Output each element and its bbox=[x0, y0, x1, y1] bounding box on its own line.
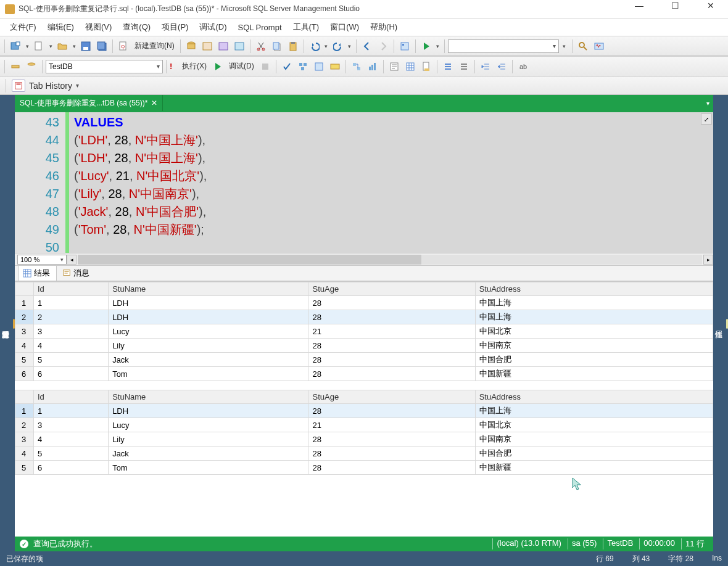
close-button[interactable]: ✕ bbox=[698, 1, 723, 18]
find-icon[interactable] bbox=[576, 39, 590, 54]
save-all-icon[interactable] bbox=[94, 39, 109, 54]
success-icon: ✓ bbox=[20, 540, 28, 548]
table-row[interactable]: 56Tom28中国新疆 bbox=[15, 461, 713, 475]
object-explorer-panel[interactable]: 对象资源管理器 bbox=[0, 95, 15, 551]
table-row[interactable]: 23Lucy21中国北京 bbox=[15, 418, 713, 432]
available-db-icon[interactable] bbox=[24, 59, 39, 74]
estimated-plan-icon[interactable] bbox=[296, 59, 310, 74]
db-engine-query-icon[interactable] bbox=[184, 39, 199, 54]
scroll-right-icon[interactable]: ▸ bbox=[703, 255, 713, 265]
intellisense-icon[interactable] bbox=[328, 59, 342, 74]
app-icon bbox=[5, 4, 15, 14]
dropdown-icon[interactable]: ▾ bbox=[76, 82, 79, 89]
svg-rect-13 bbox=[235, 43, 244, 50]
maximize-button[interactable]: ☐ bbox=[663, 1, 687, 18]
new-query-button[interactable]: 新建查询(N) bbox=[132, 41, 177, 51]
paste-icon[interactable] bbox=[286, 39, 300, 54]
svg-rect-6 bbox=[97, 42, 105, 49]
table-row[interactable]: 45Jack28中国合肥 bbox=[15, 446, 713, 461]
activity-monitor-icon[interactable] bbox=[592, 39, 606, 54]
query-options-icon[interactable] bbox=[312, 59, 326, 74]
new-project-icon[interactable] bbox=[8, 39, 23, 54]
svg-rect-28 bbox=[304, 63, 307, 66]
tab-history-label[interactable]: Tab History bbox=[29, 81, 72, 91]
properties-panel[interactable]: 属性 bbox=[713, 95, 728, 551]
include-stats-icon[interactable] bbox=[365, 59, 380, 74]
uncomment-icon[interactable] bbox=[457, 59, 471, 74]
result-grid-2[interactable]: IdStuNameStuAgeStuAddress11LDH28中国上海23Lu… bbox=[15, 390, 713, 475]
svg-rect-31 bbox=[331, 64, 339, 69]
results-to-text-icon[interactable] bbox=[387, 59, 402, 74]
indent-icon[interactable] bbox=[478, 59, 493, 74]
horizontal-scrollbar[interactable] bbox=[78, 255, 702, 265]
dropdown-icon[interactable]: ▾ bbox=[24, 43, 30, 49]
change-connection-icon[interactable] bbox=[8, 59, 23, 74]
cancel-query-icon[interactable] bbox=[258, 59, 273, 74]
new-file-icon[interactable] bbox=[31, 39, 46, 54]
tab-history-icon[interactable] bbox=[12, 80, 25, 92]
menu-SQL Prompt[interactable]: SQL Prompt bbox=[233, 21, 286, 34]
scroll-left-icon[interactable]: ◂ bbox=[67, 255, 77, 265]
dmx-query-icon[interactable] bbox=[216, 39, 231, 54]
window-title: SQL-使用事务删除重复记录行.sql - (local).TestDB (sa… bbox=[19, 4, 627, 14]
table-row[interactable]: 11LDH28中国上海 bbox=[15, 404, 713, 418]
sql-editor[interactable]: 4344454647484950 VALUES ('LDH', 28, N'中国… bbox=[15, 111, 713, 253]
menu-调试(D)[interactable]: 调试(D) bbox=[194, 20, 231, 35]
table-row[interactable]: 34Lily28中国南京 bbox=[15, 432, 713, 446]
tab-messages[interactable]: 消息 bbox=[58, 265, 96, 281]
comment-icon[interactable] bbox=[441, 59, 455, 74]
svg-point-15 bbox=[262, 48, 265, 51]
result-grid-1[interactable]: IdStuNameStuAgeStuAddress11LDH28中国上海22LD… bbox=[15, 282, 713, 381]
redo-icon[interactable] bbox=[331, 39, 345, 54]
tab-results[interactable]: 结果 bbox=[19, 265, 57, 281]
table-row[interactable]: 22LDH28中国上海 bbox=[15, 310, 713, 324]
scroll-sync-icon[interactable]: ⤢ bbox=[701, 113, 712, 125]
table-row[interactable]: 66Tom28中国新疆 bbox=[15, 367, 713, 381]
code-area[interactable]: VALUES ('LDH', 28, N'中国上海'), ('LDH', 28,… bbox=[69, 112, 713, 253]
minimize-button[interactable]: — bbox=[627, 1, 651, 18]
execute-icon[interactable]: ! bbox=[170, 59, 178, 74]
database-combo[interactable]: TestDB bbox=[46, 60, 163, 73]
menu-查询(Q)[interactable]: 查询(Q) bbox=[118, 20, 155, 35]
undo-icon[interactable] bbox=[307, 39, 322, 54]
parse-icon[interactable] bbox=[279, 59, 294, 74]
debug-button[interactable]: 调试(D) bbox=[226, 61, 257, 72]
close-tab-icon[interactable]: ✕ bbox=[151, 99, 157, 107]
svg-text:Q: Q bbox=[121, 44, 125, 49]
execute-button[interactable]: 执行(X) bbox=[180, 61, 209, 72]
debug-play-icon[interactable] bbox=[210, 59, 225, 74]
svg-point-25 bbox=[28, 63, 35, 65]
specify-values-icon[interactable]: ab bbox=[516, 59, 531, 74]
menu-编辑(E)[interactable]: 编辑(E) bbox=[43, 20, 79, 35]
mdx-query-icon[interactable] bbox=[200, 39, 215, 54]
save-icon[interactable] bbox=[78, 39, 93, 54]
cut-icon[interactable] bbox=[254, 39, 268, 54]
table-row[interactable]: 55Jack28中国合肥 bbox=[15, 353, 713, 367]
table-row[interactable]: 33Lucy21中国北京 bbox=[15, 324, 713, 339]
menu-文件(F)[interactable]: 文件(F) bbox=[5, 20, 41, 35]
properties-icon[interactable] bbox=[397, 39, 412, 54]
outdent-icon[interactable] bbox=[494, 59, 509, 74]
tab-overflow-icon[interactable]: ▾ bbox=[702, 95, 713, 111]
results-to-grid-icon[interactable] bbox=[403, 59, 418, 74]
open-icon[interactable] bbox=[55, 39, 70, 54]
results-pane[interactable]: IdStuNameStuAgeStuAddress11LDH28中国上海22LD… bbox=[15, 281, 713, 537]
menu-帮助(H)[interactable]: 帮助(H) bbox=[365, 20, 402, 35]
menu-窗口(W)[interactable]: 窗口(W) bbox=[325, 20, 364, 35]
xmla-query-icon[interactable] bbox=[232, 39, 247, 54]
solution-config-combo[interactable] bbox=[448, 39, 559, 53]
copy-icon[interactable] bbox=[270, 39, 284, 54]
menu-视图(V)[interactable]: 视图(V) bbox=[80, 20, 117, 35]
nav-forward-icon[interactable] bbox=[376, 39, 391, 54]
include-plan-icon[interactable] bbox=[349, 59, 364, 74]
table-row[interactable]: 44Lily28中国南京 bbox=[15, 339, 713, 353]
start-icon[interactable] bbox=[419, 39, 434, 54]
nav-back-icon[interactable] bbox=[360, 39, 374, 54]
menu-工具(T)[interactable]: 工具(T) bbox=[288, 20, 325, 35]
table-row[interactable]: 11LDH28中国上海 bbox=[15, 296, 713, 310]
menu-项目(P)[interactable]: 项目(P) bbox=[157, 20, 193, 35]
status-user: sa (55) bbox=[568, 538, 600, 549]
new-query-icon[interactable]: Q bbox=[116, 39, 131, 54]
results-to-file-icon[interactable] bbox=[419, 59, 434, 74]
document-tab-active[interactable]: SQL-使用事务删除重复...tDB (sa (55))* ✕ bbox=[15, 95, 163, 111]
